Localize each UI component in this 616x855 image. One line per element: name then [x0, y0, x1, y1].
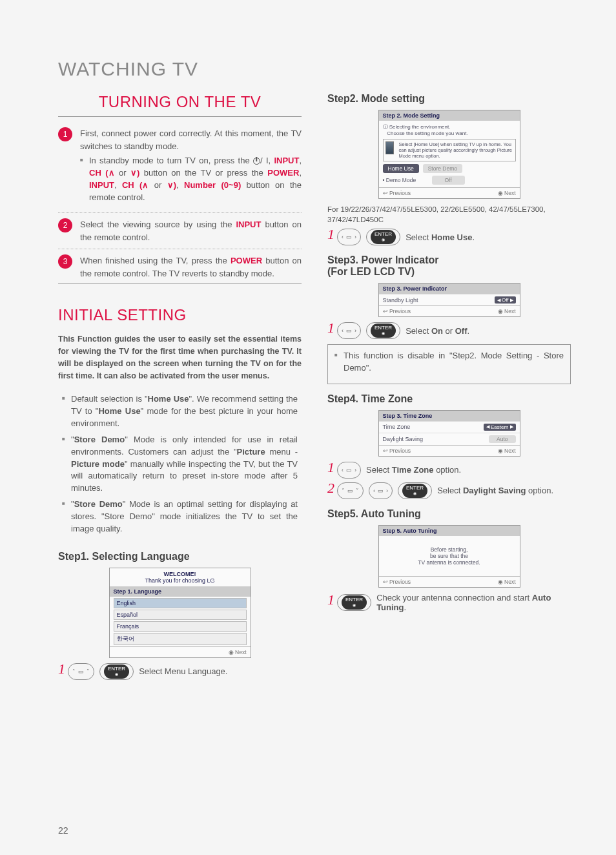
t: / I, [260, 156, 274, 165]
t: Home Use [98, 406, 140, 416]
t: Before starting, [383, 546, 516, 553]
dpad-updown-icon: ˄▭˅ [337, 482, 364, 499]
step2-instr: Select Home Use. [406, 232, 475, 242]
initial-intro: This Function guides the user to easily … [58, 333, 302, 382]
step3-instr: Select On or Off. [406, 326, 469, 336]
step3-remote-row: 1 ‹▭› ENTER◉ Select On or Off. [327, 322, 571, 339]
osd-footer: Previous Next [379, 305, 520, 316]
t: Next [504, 579, 515, 585]
t: Select [Home Use] when setting TV up in-… [399, 141, 513, 159]
osd-mode: Step 2. Mode Setting ⓘ Selecting the env… [378, 110, 520, 199]
mode-store-demo: Store Demo [423, 164, 462, 173]
page-title: WATCHING TV [58, 58, 571, 80]
dot-icon [498, 308, 503, 314]
t: ENTER [108, 666, 125, 672]
step5-instr: Check your antenna connection and start … [376, 593, 571, 612]
back-icon [383, 190, 388, 196]
t: be sure that the [383, 553, 516, 559]
t: ENTER [375, 325, 392, 331]
t: , [176, 180, 184, 190]
t: or [443, 326, 455, 336]
t: Thank you for choosing LG [112, 577, 248, 584]
osd-header: Step 1. Language [110, 586, 251, 597]
osd-header: Step 2. Mode Setting [379, 110, 520, 121]
dot-icon [498, 579, 503, 585]
t: . [467, 326, 470, 336]
initial-setting-title: INITIAL SETTING [58, 306, 302, 324]
step-1: 1 First, connect power cord correctly. A… [58, 127, 302, 207]
osd-header: Step 3. Power Indicator [379, 283, 520, 294]
step1-remote-row: 1 ˄▭˅ ENTER◉ Select Menu Language. [58, 663, 302, 680]
t: Next [504, 448, 515, 454]
t: Next [504, 190, 515, 196]
osd-body: ⓘ Selecting the environment. Choose the … [379, 121, 520, 187]
t: POWER [231, 256, 262, 265]
osd-power-indicator: Step 3. Power Indicator Standby Light ◀O… [378, 283, 520, 317]
osd-welcome: WELCOME! Thank you for choosing LG [110, 568, 251, 586]
dpad-leftright-icon: ‹▭› [337, 462, 361, 479]
t: Select [437, 486, 463, 495]
t: . [404, 603, 406, 612]
t: (For LED LCD TV) [327, 266, 415, 277]
osd-body: Before starting, be sure that the TV ant… [379, 536, 520, 576]
t: INPUT [236, 220, 261, 229]
t: or [149, 180, 167, 190]
t: ∧ [108, 168, 115, 178]
mode-preview-icon [385, 141, 394, 154]
power-icon [253, 158, 260, 165]
step-1-text: First, connect power cord correctly. At … [80, 127, 302, 207]
dot-icon [498, 448, 503, 454]
t: Check your antenna connection and start [376, 593, 532, 603]
step5-title: Step5. Auto Tuning [327, 508, 571, 520]
step1-instr: Select Menu Language. [139, 666, 227, 676]
demo-mode-value: Off [432, 176, 465, 185]
t: Previous [389, 190, 411, 196]
divider [58, 116, 302, 117]
t: Picture [237, 447, 265, 457]
substep-1: 1 [327, 593, 334, 607]
initial-bullets: Default selection is "Home Use". We reco… [58, 391, 302, 541]
t: Previous [389, 448, 411, 454]
t: Previous [389, 308, 411, 314]
t: In standby mode to turn TV on, press the [89, 156, 253, 165]
spinner: ◀Off▶ [495, 296, 516, 304]
back-icon [383, 308, 388, 314]
t: option. [526, 486, 553, 495]
content-columns: TURNING ON THE TV 1 First, connect power… [58, 93, 571, 681]
s1-line1: First, connect power cord correctly. [80, 129, 212, 138]
t: Select [366, 465, 392, 475]
t: Store Demo [74, 499, 123, 509]
step-number-1: 1 [58, 127, 72, 141]
osd-footer: Previous Next [379, 576, 520, 587]
back-icon [383, 448, 388, 454]
t: POWER [267, 168, 299, 178]
t: TV antenna is connected. [383, 559, 516, 566]
step-2-text: Select the viewing source by using the I… [80, 218, 302, 243]
enter-button-icon: ENTER◉ [398, 482, 432, 499]
turning-on-title: TURNING ON THE TV [58, 93, 302, 111]
osd-row-ds: Daylight Saving Auto [379, 433, 520, 445]
t: Eastern [491, 424, 509, 430]
step-3-text: When finished using the TV, press the PO… [80, 254, 302, 280]
t: Select [406, 232, 431, 242]
t: • Demo Mode [383, 177, 428, 183]
osd-row: Standby Light ◀Off▶ [379, 294, 520, 305]
t: Picture mode [71, 459, 125, 469]
osd-footer: Previous Next [379, 445, 520, 456]
t: When finished using the TV, press the [80, 256, 231, 265]
t: ∨ [167, 180, 174, 190]
substep-1: 1 [327, 460, 334, 475]
left-column: TURNING ON THE TV 1 First, connect power… [58, 93, 302, 681]
step4-instr-2: Select Daylight Saving option. [437, 486, 553, 495]
t: ENTER [345, 597, 363, 603]
dot-icon [229, 649, 234, 655]
osd-footer: Previous Next [379, 187, 520, 198]
osd-header: Step 3. Time Zone [379, 411, 520, 421]
t: Choose the setting mode you want. [387, 130, 467, 136]
step2-title: Step2. Mode setting [327, 93, 571, 105]
step3-title: Step3. Power Indicator (For LED LCD TV) [327, 254, 571, 278]
t: Daylight Saving [463, 486, 526, 495]
substep-2: 2 [327, 481, 334, 495]
t: menu - [265, 447, 298, 457]
step-number-3: 3 [58, 254, 72, 269]
